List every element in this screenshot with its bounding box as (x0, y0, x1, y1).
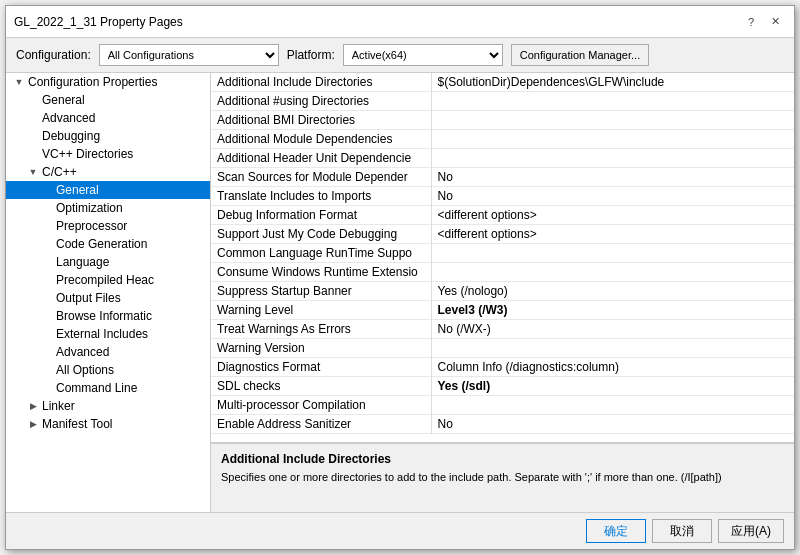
prop-value-7: <different options> (431, 206, 794, 225)
prop-row-12[interactable]: Warning LevelLevel3 (/W3) (211, 301, 794, 320)
prop-row-1[interactable]: Additional #using Directories (211, 92, 794, 111)
close-button[interactable]: ✕ (764, 12, 786, 32)
tree-item-cpp[interactable]: ▼C/C++ (6, 163, 210, 181)
tree-item-general[interactable]: General (6, 91, 210, 109)
tree-label-optimization: Optimization (56, 201, 123, 215)
tree-item-config-props[interactable]: ▼Configuration Properties (6, 73, 210, 91)
prop-row-13[interactable]: Treat Warnings As ErrorsNo (/WX-) (211, 320, 794, 339)
config-manager-button[interactable]: Configuration Manager... (511, 44, 649, 66)
expand-icon-preprocessor (40, 219, 54, 233)
expand-icon-cpp-general (40, 183, 54, 197)
tree-item-external[interactable]: External Includes (6, 325, 210, 343)
dialog-title: GL_2022_1_31 Property Pages (14, 15, 183, 29)
prop-row-10[interactable]: Consume Windows Runtime Extensio (211, 263, 794, 282)
props-table-inner: Additional Include Directories$(Solution… (211, 73, 794, 434)
expand-icon-general (26, 93, 40, 107)
expand-icon-browse (40, 309, 54, 323)
tree-label-precomp: Precompiled Heac (56, 273, 154, 287)
expand-icon-advanced (26, 111, 40, 125)
tree-label-config-props: Configuration Properties (28, 75, 157, 89)
tree-item-codegen[interactable]: Code Generation (6, 235, 210, 253)
expand-icon-manifest: ▶ (26, 417, 40, 431)
prop-row-3[interactable]: Additional Module Dependencies (211, 130, 794, 149)
tree-item-advanced[interactable]: Advanced (6, 109, 210, 127)
tree-label-cpp: C/C++ (42, 165, 77, 179)
prop-value-0: $(SolutionDir)Dependences\GLFW\include (431, 73, 794, 92)
title-bar-left: GL_2022_1_31 Property Pages (14, 15, 183, 29)
tree-label-language: Language (56, 255, 109, 269)
description-panel: Additional Include Directories Specifies… (211, 442, 794, 512)
prop-row-11[interactable]: Suppress Startup BannerYes (/nologo) (211, 282, 794, 301)
prop-name-9: Common Language RunTime Suppo (211, 244, 431, 263)
tree-item-output[interactable]: Output Files (6, 289, 210, 307)
tree-label-codegen: Code Generation (56, 237, 147, 251)
apply-button[interactable]: 应用(A) (718, 519, 784, 543)
cancel-button[interactable]: 取消 (652, 519, 712, 543)
tree-item-language[interactable]: Language (6, 253, 210, 271)
prop-value-6: No (431, 187, 794, 206)
property-pages-dialog: GL_2022_1_31 Property Pages ? ✕ Configur… (5, 5, 795, 550)
expand-icon-external (40, 327, 54, 341)
prop-name-16: SDL checks (211, 377, 431, 396)
tree-item-debugging[interactable]: Debugging (6, 127, 210, 145)
tree-item-linker[interactable]: ▶Linker (6, 397, 210, 415)
prop-name-18: Enable Address Sanitizer (211, 415, 431, 434)
config-label: Configuration: (16, 48, 91, 62)
prop-row-17[interactable]: Multi-processor Compilation (211, 396, 794, 415)
help-button[interactable]: ? (740, 12, 762, 32)
prop-row-0[interactable]: Additional Include Directories$(Solution… (211, 73, 794, 92)
tree-item-alloptions[interactable]: All Options (6, 361, 210, 379)
prop-value-2 (431, 111, 794, 130)
platform-select[interactable]: Active(x64) (343, 44, 503, 66)
desc-text: Specifies one or more directories to add… (221, 470, 784, 485)
expand-icon-precomp (40, 273, 54, 287)
tree-item-vcpp[interactable]: VC++ Directories (6, 145, 210, 163)
prop-row-7[interactable]: Debug Information Format<different optio… (211, 206, 794, 225)
tree-item-manifest[interactable]: ▶Manifest Tool (6, 415, 210, 433)
props-panel: Additional Include Directories$(Solution… (211, 73, 794, 512)
prop-row-16[interactable]: SDL checksYes (/sdl) (211, 377, 794, 396)
prop-row-14[interactable]: Warning Version (211, 339, 794, 358)
prop-value-16: Yes (/sdl) (431, 377, 794, 396)
prop-name-0: Additional Include Directories (211, 73, 431, 92)
prop-row-6[interactable]: Translate Includes to ImportsNo (211, 187, 794, 206)
prop-row-8[interactable]: Support Just My Code Debugging<different… (211, 225, 794, 244)
expand-icon-debugging (26, 129, 40, 143)
prop-name-10: Consume Windows Runtime Extensio (211, 263, 431, 282)
prop-row-5[interactable]: Scan Sources for Module DependerNo (211, 168, 794, 187)
prop-row-2[interactable]: Additional BMI Directories (211, 111, 794, 130)
tree-label-manifest: Manifest Tool (42, 417, 112, 431)
ok-button[interactable]: 确定 (586, 519, 646, 543)
tree-label-output: Output Files (56, 291, 121, 305)
prop-row-9[interactable]: Common Language RunTime Suppo (211, 244, 794, 263)
prop-name-17: Multi-processor Compilation (211, 396, 431, 415)
bottom-bar: 确定 取消 应用(A) (6, 512, 794, 549)
tree-item-advanced2[interactable]: Advanced (6, 343, 210, 361)
tree-label-preprocessor: Preprocessor (56, 219, 127, 233)
tree-item-optimization[interactable]: Optimization (6, 199, 210, 217)
platform-label: Platform: (287, 48, 335, 62)
expand-icon-cpp: ▼ (26, 165, 40, 179)
prop-row-4[interactable]: Additional Header Unit Dependencie (211, 149, 794, 168)
configuration-select[interactable]: All Configurations (99, 44, 279, 66)
prop-name-6: Translate Includes to Imports (211, 187, 431, 206)
prop-name-7: Debug Information Format (211, 206, 431, 225)
expand-icon-vcpp (26, 147, 40, 161)
prop-row-15[interactable]: Diagnostics FormatColumn Info (/diagnost… (211, 358, 794, 377)
tree-item-browse[interactable]: Browse Informatic (6, 307, 210, 325)
prop-value-1 (431, 92, 794, 111)
tree-item-cpp-general[interactable]: General (6, 181, 210, 199)
prop-value-9 (431, 244, 794, 263)
prop-value-14 (431, 339, 794, 358)
prop-name-12: Warning Level (211, 301, 431, 320)
tree-item-preprocessor[interactable]: Preprocessor (6, 217, 210, 235)
prop-value-8: <different options> (431, 225, 794, 244)
prop-row-18[interactable]: Enable Address SanitizerNo (211, 415, 794, 434)
prop-name-15: Diagnostics Format (211, 358, 431, 377)
prop-value-5: No (431, 168, 794, 187)
tree-panel: ▼Configuration PropertiesGeneralAdvanced… (6, 73, 211, 512)
tree-item-precomp[interactable]: Precompiled Heac (6, 271, 210, 289)
tree-label-alloptions: All Options (56, 363, 114, 377)
tree-item-cmdline[interactable]: Command Line (6, 379, 210, 397)
expand-icon-optimization (40, 201, 54, 215)
